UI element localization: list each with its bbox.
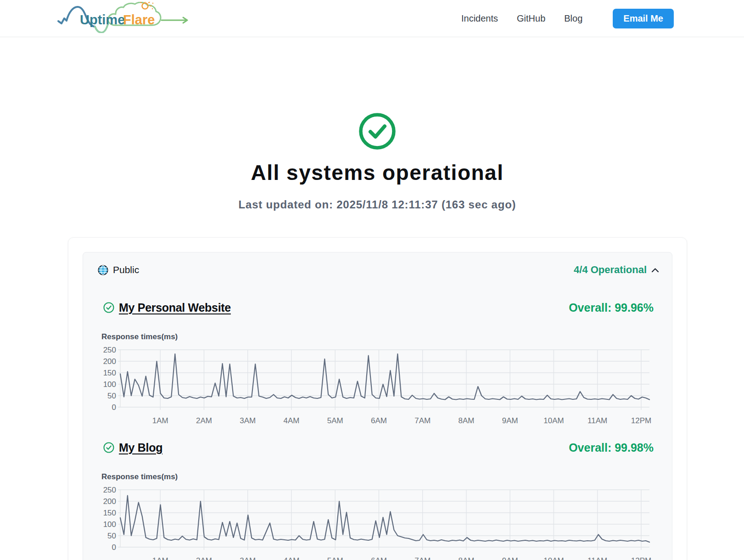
svg-text:10AM: 10AM: [543, 416, 564, 425]
svg-text:6AM: 6AM: [371, 556, 387, 560]
chevron-up-icon[interactable]: [651, 268, 659, 273]
svg-text:7AM: 7AM: [414, 556, 431, 560]
last-updated-text: Last updated on: 2025/11/8 12:11:37 (163…: [11, 198, 744, 211]
svg-text:2AM: 2AM: [196, 556, 212, 560]
svg-text:200: 200: [103, 357, 116, 366]
svg-text:0: 0: [112, 543, 116, 552]
svg-text:5AM: 5AM: [327, 556, 343, 560]
logo-text-flare: Flare: [123, 12, 155, 27]
svg-text:6AM: 6AM: [371, 416, 387, 425]
chart-title: Response times(ms): [101, 332, 659, 342]
monitor-name-link[interactable]: My Personal Website: [119, 301, 231, 314]
monitor-section: My Personal Website Overall: 99.96% Resp…: [98, 302, 659, 427]
monitor-overall-uptime: Overall: 99.96%: [569, 301, 654, 314]
main-nav: Incidents GitHub Blog Email Me: [461, 9, 674, 28]
monitor-ok-check-icon: [103, 442, 114, 453]
all-operational-check-icon: [359, 113, 396, 150]
chart-title: Response times(ms): [101, 472, 659, 482]
svg-text:200: 200: [103, 497, 116, 506]
svg-text:9AM: 9AM: [502, 416, 518, 425]
svg-text:3AM: 3AM: [240, 416, 256, 425]
status-hero: All systems operational Last updated on:…: [11, 37, 744, 211]
site-header: Uptime Flare Incidents GitHub Blog Email…: [0, 0, 744, 37]
svg-text:12PM: 12PM: [631, 556, 651, 560]
main-content: All systems operational Last updated on:…: [0, 37, 744, 560]
svg-text:10AM: 10AM: [543, 556, 564, 560]
monitor-section: My Blog Overall: 99.98% Response times(m…: [98, 442, 659, 560]
svg-text:0: 0: [112, 403, 116, 412]
nav-blog[interactable]: Blog: [564, 13, 582, 24]
svg-text:250: 250: [103, 486, 116, 494]
svg-text:8AM: 8AM: [458, 556, 474, 560]
nav-incidents[interactable]: Incidents: [461, 13, 498, 24]
email-me-button[interactable]: Email Me: [613, 9, 674, 28]
svg-text:2AM: 2AM: [196, 416, 212, 425]
svg-text:100: 100: [103, 520, 116, 529]
monitor-header: My Blog Overall: 99.98%: [98, 442, 659, 454]
svg-text:5AM: 5AM: [327, 416, 343, 425]
monitor-name-link[interactable]: My Blog: [119, 441, 162, 454]
svg-text:7AM: 7AM: [414, 416, 431, 425]
uptimeflare-logo[interactable]: Uptime Flare: [55, 2, 193, 35]
monitor-group-public: Public 4/4 Operational My Personal Websi…: [83, 252, 672, 560]
svg-text:8AM: 8AM: [458, 416, 474, 425]
nav-github[interactable]: GitHub: [517, 13, 545, 24]
response-time-chart: 2502001501005001AM2AM3AM4AM5AM6AM7AM8AM9…: [98, 482, 660, 560]
svg-text:11AM: 11AM: [587, 556, 607, 560]
svg-text:50: 50: [107, 532, 116, 540]
logo-text-uptime: Uptime: [80, 12, 125, 27]
group-header[interactable]: Public 4/4 Operational: [98, 262, 659, 278]
group-status-summary: 4/4 Operational: [574, 264, 647, 276]
svg-text:250: 250: [103, 346, 116, 354]
globe-icon: [98, 265, 108, 275]
svg-text:9AM: 9AM: [502, 556, 518, 560]
svg-text:11AM: 11AM: [587, 416, 607, 425]
svg-text:4AM: 4AM: [283, 556, 299, 560]
response-time-chart: 2502001501005001AM2AM3AM4AM5AM6AM7AM8AM9…: [98, 342, 660, 427]
svg-text:12PM: 12PM: [631, 416, 651, 425]
status-card: Public 4/4 Operational My Personal Websi…: [68, 237, 687, 560]
logo-arrow: [162, 17, 187, 23]
svg-text:150: 150: [103, 509, 116, 517]
svg-text:100: 100: [103, 380, 116, 389]
monitor-overall-uptime: Overall: 99.98%: [569, 441, 654, 454]
monitor-header: My Personal Website Overall: 99.96%: [98, 302, 659, 314]
monitor-ok-check-icon: [103, 302, 114, 313]
page-title: All systems operational: [11, 160, 744, 185]
svg-text:150: 150: [103, 369, 116, 377]
svg-text:4AM: 4AM: [283, 416, 299, 425]
svg-text:1AM: 1AM: [152, 556, 168, 560]
svg-text:3AM: 3AM: [240, 556, 256, 560]
svg-text:1AM: 1AM: [152, 416, 168, 425]
group-name: Public: [113, 264, 139, 275]
svg-text:50: 50: [107, 392, 116, 400]
